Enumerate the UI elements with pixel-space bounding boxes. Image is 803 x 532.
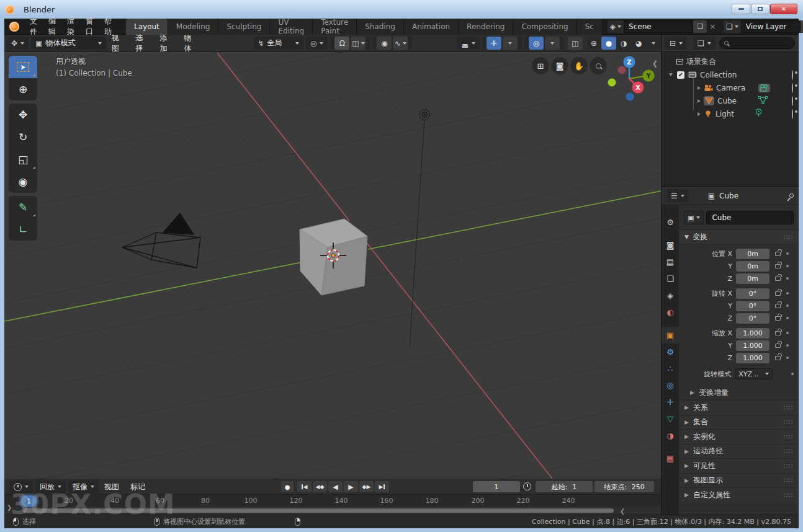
tab-object-data[interactable]: ▽ [662,410,679,427]
view-layer-icon[interactable]: ❏ [724,20,741,33]
camera-view-button[interactable]: ◙ [551,57,568,74]
menu-file[interactable]: 文件 [24,19,43,35]
lock-icon[interactable] [775,331,781,335]
cursor-tool[interactable]: ⊕ [9,78,37,100]
eye-icon[interactable] [792,109,793,119]
tab-modifiers[interactable]: ⚙ [662,344,679,360]
scale-y-field[interactable]: 1.000 [736,340,769,351]
animate-dot[interactable] [786,317,789,319]
transform-tool[interactable]: ◉ [9,171,37,193]
gizmos-toggle[interactable]: ✛ [487,37,501,50]
minimize-button[interactable] [732,4,750,14]
proportional-edit-icon[interactable]: ◉ [377,37,392,50]
animate-dot[interactable] [786,357,789,359]
tab-shading[interactable]: Shading [357,19,404,35]
orientation-dropdown[interactable]: ↯全局 [254,37,303,50]
tab-object[interactable]: ▣ [662,327,679,344]
shading-material-icon[interactable]: ◑ [616,37,631,50]
collection-checkbox[interactable]: ✔ [677,71,684,79]
eye-icon[interactable] [792,83,793,93]
proportional-falloff-dropdown[interactable]: ∿ [393,37,408,50]
location-z-field[interactable]: 0m [736,273,769,284]
current-frame-field[interactable]: 1 [473,481,520,492]
outliner-collection-row[interactable]: ✔ Collection [662,68,799,81]
rotate-tool[interactable]: ↻ [9,126,37,148]
collection-expand-icon[interactable] [669,73,673,76]
rotation-mode-dropdown[interactable]: XYZ .. [735,368,773,379]
tab-texture-paint[interactable]: Texture Paint [313,19,357,35]
snap-magnet-icon[interactable]: Ω [334,37,349,50]
camera-data-icon[interactable] [758,84,770,92]
section-collections[interactable]: ▶集合∷∷ [679,415,799,430]
annotate-tool[interactable]: ✎ [9,196,37,218]
eye-icon[interactable] [792,70,793,80]
tab-scene[interactable]: ◈ [662,287,679,304]
animate-dot[interactable] [786,292,789,295]
tab-texture[interactable]: ▦ [662,450,679,467]
menu-window[interactable]: 窗口 [80,19,99,35]
outliner-filter-button[interactable]: ❏ [693,37,716,50]
animate-dot[interactable] [786,277,789,280]
section-custom-properties[interactable]: ▶自定义属性∷∷ [679,487,799,502]
frame-start-field[interactable]: 起始:1 [536,481,593,492]
viewport-3d[interactable]: ➤ ⊕ ✥ ↻ ◱ ◉ ✎ ∟ 用户透视 (1) Collection | Cu… [4,52,661,479]
overlays-dropdown[interactable] [545,37,560,50]
restore-button[interactable] [751,4,769,14]
toggle-perspective-button[interactable]: ⊞ [532,57,549,74]
rotation-z-field[interactable]: 0° [736,313,769,324]
scene-name-field[interactable]: Scene [624,20,693,33]
section-instancing[interactable]: ▶实例化∷∷ [679,429,799,444]
select-box-tool[interactable]: ➤ [9,56,37,78]
section-motion-paths[interactable]: ▶运动路径∷∷ [679,444,799,459]
lock-icon[interactable] [775,344,781,348]
rotation-x-field[interactable]: 0° [736,288,769,299]
pivot-dropdown[interactable]: ◎ [306,37,328,50]
outliner-search-input[interactable] [719,37,795,49]
tab-compositing[interactable]: Compositing [513,19,576,35]
animate-dot[interactable] [786,332,789,334]
tab-animation[interactable]: Animation [404,19,459,35]
animate-dot[interactable] [791,373,794,375]
section-viewport-display[interactable]: ▶视图显示∷∷ [679,473,799,488]
frame-end-field[interactable]: 结束点:250 [594,481,654,492]
rotation-y-field[interactable]: 0° [736,301,769,311]
visibility-dropdown[interactable]: ◛ [457,37,480,50]
tab-sculpting[interactable]: Sculpting [218,19,270,35]
scene-unlink-icon[interactable]: × [709,22,716,31]
tab-physics[interactable]: ◎ [662,377,679,394]
lock-icon[interactable] [775,264,781,268]
tab-material[interactable]: ◑ [662,427,679,444]
lock-icon[interactable] [775,277,781,281]
outliner-cube-row[interactable]: Cube [662,94,799,107]
section-visibility[interactable]: ▶可见性∷∷ [679,458,799,473]
object-type-dropdown[interactable]: ▣ [684,211,704,224]
blender-menu-icon[interactable] [9,22,19,32]
outliner-camera-row[interactable]: Camera [662,81,799,94]
xray-toggle[interactable]: ◫ [568,37,583,50]
prev-keyframe-button[interactable]: ◀◆ [313,481,327,492]
gizmos-dropdown[interactable] [503,37,518,50]
shading-rendered-icon[interactable]: ◕ [631,37,646,50]
tab-rendering[interactable]: Rendering [459,19,513,35]
scale-z-field[interactable]: 1.000 [736,353,769,363]
overlays-toggle[interactable]: ◎ [529,37,544,50]
tab-tool[interactable]: ⚙ [662,214,679,231]
lock-icon[interactable] [775,316,781,321]
scene-icon[interactable]: ◈ [608,20,624,33]
transform-panel-header[interactable]: ▼ 变换 ∷∷ [679,229,799,244]
snap-target-dropdown[interactable]: ◫ [351,37,366,50]
close-button[interactable]: ✕ [770,4,797,14]
editor-type-button[interactable]: ✥ [7,37,29,50]
location-x-field[interactable]: 0m [736,249,769,259]
lock-icon[interactable] [775,304,781,308]
transform-delta-section[interactable]: ▶ 变换增量 [679,385,799,400]
stopwatch-icon[interactable] [523,482,531,490]
jump-to-start-button[interactable]: ◀ [297,481,312,492]
eye-icon[interactable] [792,96,793,106]
shading-solid-icon[interactable]: ● [601,37,616,50]
object-name-field[interactable]: Cube [706,211,794,224]
timeline-scroll-arrow[interactable]: ❮ [620,508,625,515]
mode-dropdown[interactable]: ▣物体模式 [31,37,106,50]
lock-icon[interactable] [775,252,781,256]
play-reverse-button[interactable]: ◀ [328,481,343,492]
